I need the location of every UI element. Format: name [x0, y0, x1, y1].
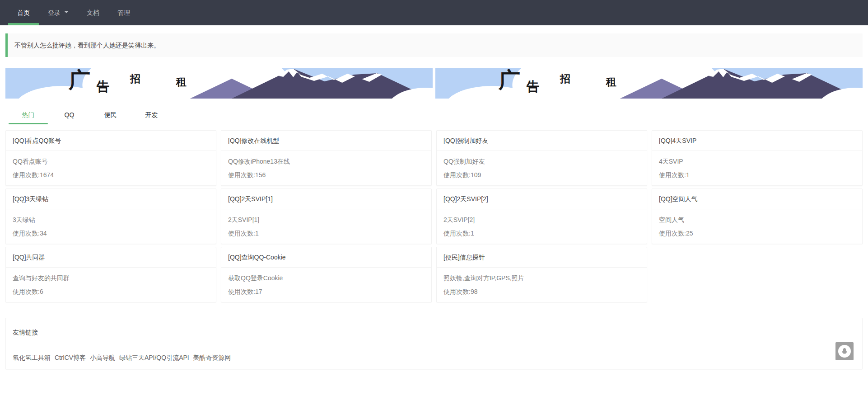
- api-card-description: 2天SVIP[2]: [443, 213, 640, 226]
- api-card[interactable]: [QQ]2天SVIP[1] 2天SVIP[1] 使用次数:1: [221, 189, 432, 244]
- banner-text-guang: 广: [499, 69, 520, 90]
- friend-link[interactable]: 绿钻三天API/QQ引流API: [119, 354, 189, 361]
- api-card-description: 2天SVIP[1]: [228, 213, 425, 226]
- banner-text-zu: 租: [176, 76, 187, 87]
- friend-links-card: 友情链接 氧化氢工具箱 CtrlCV博客 小高导航 绿钻三天API/QQ引流AP…: [5, 318, 863, 369]
- api-card-title: [QQ]看点QQ账号: [6, 131, 216, 151]
- friend-links-title: 友情链接: [6, 318, 862, 346]
- nav-item-label: 管理: [117, 9, 130, 16]
- banner-text-guang: 广: [69, 69, 90, 90]
- nav-item-label: 文档: [87, 9, 99, 16]
- api-card-title: [QQ]3天绿钻: [6, 189, 216, 209]
- ad-banner-row: 广 告 招 租 广 告 招 租: [5, 68, 863, 99]
- banner-text-gao: 告: [97, 80, 109, 93]
- api-card-title: [QQ]2天SVIP[1]: [221, 189, 431, 209]
- banner-text-zu: 租: [606, 76, 616, 87]
- api-card[interactable]: [QQ]2天SVIP[2] 2天SVIP[2] 使用次数:1: [436, 189, 647, 244]
- tab-item[interactable]: QQ: [49, 107, 90, 123]
- friend-link[interactable]: 氧化氢工具箱: [13, 354, 51, 361]
- api-card[interactable]: [QQ]看点QQ账号 QQ看点账号 使用次数:1674: [5, 130, 216, 186]
- api-card-grid: [QQ]看点QQ账号 QQ看点账号 使用次数:1674 [QQ]修改在线机型 Q…: [5, 130, 863, 302]
- chevron-down-icon: [64, 11, 69, 15]
- qq-penguin-icon: [838, 345, 851, 358]
- tab-item[interactable]: 便民: [90, 107, 131, 123]
- api-card[interactable]: [QQ]共同群 查询与好友的共同群 使用次数:6: [5, 247, 216, 302]
- api-card-usage-count: 使用次数:25: [659, 226, 855, 240]
- api-card[interactable]: [QQ]查询QQ-Cookie 获取QQ登录Cookie 使用次数:17: [221, 247, 432, 302]
- friend-link[interactable]: 小高导航: [90, 354, 115, 361]
- api-card-usage-count: 使用次数:98: [443, 285, 640, 298]
- friend-links-list: 氧化氢工具箱 CtrlCV博客 小高导航 绿钻三天API/QQ引流API 美酷奇…: [6, 346, 862, 369]
- api-card-title: [QQ]修改在线机型: [221, 131, 431, 151]
- tab-label: 热门: [22, 111, 35, 118]
- api-card-title: [QQ]查询QQ-Cookie: [221, 247, 431, 268]
- api-card-description: QQ修改iPhone13在线: [228, 155, 425, 168]
- api-card-usage-count: 使用次数:34: [13, 226, 209, 240]
- quote-text: 不管别人怎么批评她，看到那个人她还是笑得出来。: [14, 42, 160, 49]
- nav-item[interactable]: 管理: [108, 0, 139, 25]
- api-card-title: [QQ]4天SVIP: [652, 131, 862, 151]
- api-card-usage-count: 使用次数:1: [443, 226, 640, 240]
- banner-text-gao: 告: [527, 80, 539, 93]
- api-card-description: 获取QQ登录Cookie: [228, 271, 425, 285]
- api-card-description: 空间人气: [659, 213, 855, 226]
- quote-banner: 不管别人怎么批评她，看到那个人她还是笑得出来。: [5, 33, 863, 57]
- nav-item[interactable]: 文档: [78, 0, 108, 25]
- tab-label: 便民: [104, 111, 117, 118]
- api-card-description: QQ强制加好友: [443, 155, 640, 168]
- nav-item-label: 首页: [17, 9, 30, 16]
- ad-banner-2[interactable]: 广 告 招 租: [435, 68, 863, 99]
- banner-text-zhao: 招: [130, 73, 140, 84]
- api-card-description: 3天绿钻: [13, 213, 209, 226]
- api-card-title: [QQ]共同群: [6, 247, 216, 268]
- api-card-title: [QQ]空间人气: [652, 189, 862, 209]
- api-card-usage-count: 使用次数:1674: [13, 168, 209, 182]
- api-card[interactable]: [QQ]修改在线机型 QQ修改iPhone13在线 使用次数:156: [221, 130, 432, 186]
- api-card[interactable]: [QQ]4天SVIP 4天SVIP 使用次数:1: [652, 130, 863, 186]
- banner-text-zhao: 招: [560, 73, 570, 84]
- api-card-description: QQ看点账号: [13, 155, 209, 168]
- api-card-title: [QQ]2天SVIP[2]: [437, 189, 647, 209]
- tab-label: QQ: [65, 111, 75, 118]
- api-card-description: 查询与好友的共同群: [13, 271, 209, 285]
- api-card-description: 4天SVIP: [659, 155, 855, 168]
- api-card-title: [QQ]强制加好友: [437, 131, 647, 151]
- api-card[interactable]: [QQ]空间人气 空间人气 使用次数:25: [652, 189, 863, 244]
- api-card-usage-count: 使用次数:156: [228, 168, 425, 182]
- tab-item[interactable]: 开发: [131, 107, 172, 123]
- category-tabs: 热门 QQ 便民 开发: [5, 106, 863, 124]
- main-container: 不管别人怎么批评她，看到那个人她还是笑得出来。 广 告 招 租: [5, 33, 863, 369]
- nav-item-label: 登录: [48, 9, 61, 16]
- api-card-description: 照妖镜,查询对方IP,GPS,照片: [443, 271, 640, 285]
- api-card[interactable]: [QQ]强制加好友 QQ强制加好友 使用次数:109: [436, 130, 647, 186]
- friend-link[interactable]: 美酷奇资源网: [193, 354, 231, 361]
- api-card-usage-count: 使用次数:1: [228, 226, 425, 240]
- api-card[interactable]: [便民]信息探针 照妖镜,查询对方IP,GPS,照片 使用次数:98: [436, 247, 647, 302]
- nav-item[interactable]: 首页: [8, 0, 39, 25]
- tab-label: 开发: [145, 111, 158, 118]
- api-card-usage-count: 使用次数:6: [13, 285, 209, 298]
- api-card-title: [便民]信息探针: [437, 247, 647, 268]
- top-navbar: 首页 登录 文档 管理: [0, 0, 868, 25]
- api-card-usage-count: 使用次数:109: [443, 168, 640, 182]
- nav-list: 首页 登录 文档 管理: [8, 0, 139, 25]
- friend-link[interactable]: CtrlCV博客: [55, 354, 86, 361]
- nav-item[interactable]: 登录: [39, 0, 78, 25]
- api-card-usage-count: 使用次数:17: [228, 285, 425, 298]
- api-card-usage-count: 使用次数:1: [659, 168, 855, 182]
- ad-banner-1[interactable]: 广 告 招 租: [5, 68, 433, 99]
- api-card[interactable]: [QQ]3天绿钻 3天绿钻 使用次数:34: [5, 189, 216, 244]
- qq-contact-fab[interactable]: [835, 342, 854, 360]
- tab-item[interactable]: 热门: [8, 107, 49, 123]
